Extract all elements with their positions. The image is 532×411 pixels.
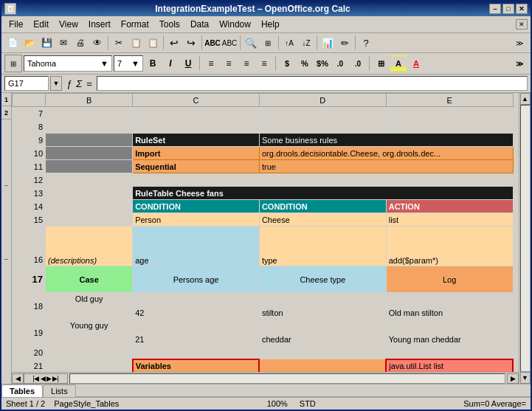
- decimal-inc-button[interactable]: .0: [332, 55, 348, 72]
- cell-b20[interactable]: [46, 346, 133, 359]
- borders-button[interactable]: ⊞: [373, 55, 389, 72]
- extra-font-btn[interactable]: ≫: [511, 55, 528, 72]
- col-header-d[interactable]: D: [259, 94, 386, 107]
- undo-button[interactable]: ↩: [166, 35, 182, 51]
- col-header-e[interactable]: E: [386, 94, 513, 107]
- vscroll-down-btn[interactable]: ▼: [520, 372, 531, 384]
- cell-b9[interactable]: [46, 134, 133, 147]
- cell-c11[interactable]: Sequential: [133, 160, 260, 173]
- cell-d10[interactable]: org.drools.decisiontable.Cheese, org.dro…: [259, 147, 513, 160]
- equals-icon[interactable]: =: [85, 78, 94, 89]
- tab-next-btn[interactable]: ▶: [46, 375, 52, 382]
- cell-c9[interactable]: RuleSet: [133, 134, 260, 147]
- cell-b19[interactable]: Young guy: [46, 320, 133, 346]
- cell-e21[interactable]: java.util.List list: [386, 359, 513, 373]
- sum-icon[interactable]: Σ: [75, 78, 83, 89]
- tab-prev-btn[interactable]: ◀: [41, 375, 46, 382]
- new-button[interactable]: 📄: [4, 35, 21, 51]
- cell-b18[interactable]: Old guy: [46, 293, 133, 320]
- menu-insert[interactable]: Insert: [84, 18, 115, 31]
- cell-d17[interactable]: Cheese type: [259, 266, 386, 293]
- group-level-2[interactable]: 2: [1, 106, 12, 120]
- cell-c19[interactable]: 21: [133, 320, 260, 346]
- hscroll-track[interactable]: [69, 373, 505, 384]
- close-button[interactable]: ✕: [516, 4, 528, 14]
- cell-b21[interactable]: [46, 359, 133, 373]
- tab-last-btn[interactable]: ▶|: [52, 375, 59, 382]
- cell-c10[interactable]: Import: [133, 147, 260, 160]
- align-left-button[interactable]: ≡: [203, 55, 219, 72]
- cell-c7[interactable]: [133, 107, 260, 120]
- find-button[interactable]: 🔍: [243, 35, 259, 51]
- currency2-button[interactable]: $%: [314, 55, 331, 72]
- cell-ref-dropdown[interactable]: ▼: [50, 76, 62, 91]
- group-level-1[interactable]: 1: [1, 93, 12, 106]
- menu-format[interactable]: Format: [117, 18, 153, 31]
- cell-e12[interactable]: [386, 173, 513, 187]
- cell-b10[interactable]: [46, 147, 133, 160]
- help-btn[interactable]: ?: [358, 35, 374, 51]
- col-header-c[interactable]: C: [133, 94, 260, 107]
- bold-button[interactable]: B: [145, 55, 161, 72]
- email-button[interactable]: ✉: [55, 35, 72, 51]
- vscroll-track[interactable]: [520, 105, 531, 372]
- chart-button[interactable]: 📊: [319, 35, 336, 51]
- menu-view[interactable]: View: [55, 18, 83, 31]
- extra-btn[interactable]: ≫: [511, 35, 528, 51]
- font-color-button[interactable]: A: [408, 55, 424, 72]
- cell-b7[interactable]: [46, 107, 133, 120]
- open-button[interactable]: 📂: [21, 35, 38, 51]
- cell-b13[interactable]: [46, 187, 133, 200]
- styles-box[interactable]: ⊞: [4, 55, 22, 72]
- menu-data[interactable]: Data: [186, 18, 213, 31]
- hscroll-right-btn[interactable]: ▶: [507, 373, 519, 384]
- menu-window[interactable]: Window: [215, 18, 255, 31]
- sort-desc-button[interactable]: ↓Z: [298, 35, 314, 51]
- decimal-dec-button[interactable]: .0: [350, 55, 366, 72]
- cell-b14[interactable]: [46, 200, 133, 213]
- tab-first-btn[interactable]: |◀: [32, 375, 39, 382]
- cell-e7[interactable]: [386, 107, 513, 120]
- cell-c13[interactable]: RuleTable Cheese fans: [133, 187, 513, 200]
- cell-c21[interactable]: Variables: [133, 359, 260, 373]
- percent-button[interactable]: %: [297, 55, 313, 72]
- function-wizard-icon[interactable]: ƒ: [65, 78, 73, 89]
- paste-button[interactable]: 📋: [145, 35, 161, 51]
- preview-button[interactable]: 👁: [89, 35, 106, 51]
- currency-button[interactable]: $: [279, 55, 295, 72]
- sort-asc-button[interactable]: ↑A: [281, 35, 297, 51]
- cell-b12[interactable]: [46, 173, 133, 187]
- cell-e14[interactable]: ACTION: [386, 200, 513, 213]
- cell-c18[interactable]: 42: [133, 293, 260, 320]
- cell-d11[interactable]: true: [259, 160, 513, 173]
- cell-b11[interactable]: [46, 160, 133, 173]
- cell-d7[interactable]: [259, 107, 386, 120]
- formula-input[interactable]: [97, 76, 528, 91]
- navigator-button[interactable]: ⊞: [260, 35, 276, 51]
- hscroll-left-btn[interactable]: ◀: [12, 373, 24, 384]
- cell-b8[interactable]: [46, 120, 133, 134]
- font-size-box[interactable]: 7 ▼: [114, 55, 143, 72]
- grid-scroll-area[interactable]: B C D E 7: [12, 93, 519, 372]
- redo-button[interactable]: ↪: [183, 35, 199, 51]
- minimize-button[interactable]: –: [489, 4, 501, 14]
- maximize-button[interactable]: □: [502, 4, 514, 14]
- cell-e17[interactable]: Log: [386, 266, 513, 293]
- align-right-button[interactable]: ≡: [238, 55, 255, 72]
- cell-b16[interactable]: (descriptions): [46, 227, 133, 266]
- cell-d19[interactable]: cheddar: [259, 320, 386, 346]
- underline-button[interactable]: U: [180, 55, 196, 72]
- font-name-box[interactable]: Tahoma ▼: [24, 55, 112, 72]
- cell-e20[interactable]: [386, 346, 513, 359]
- cell-d18[interactable]: stilton: [259, 293, 386, 320]
- bg-color-button[interactable]: A: [390, 55, 407, 72]
- vscroll-up-btn[interactable]: ▲: [520, 93, 531, 105]
- print-button[interactable]: 🖨: [72, 35, 89, 51]
- cell-c20[interactable]: [133, 346, 260, 359]
- group-minus-2[interactable]: –: [4, 255, 8, 263]
- cell-c12[interactable]: [133, 173, 260, 187]
- cell-b17[interactable]: Case: [46, 266, 133, 293]
- draw-button[interactable]: ✏: [336, 35, 353, 51]
- spellcheck2-button[interactable]: ABC: [221, 35, 238, 51]
- sheet-tab-lists[interactable]: Lists: [43, 384, 76, 397]
